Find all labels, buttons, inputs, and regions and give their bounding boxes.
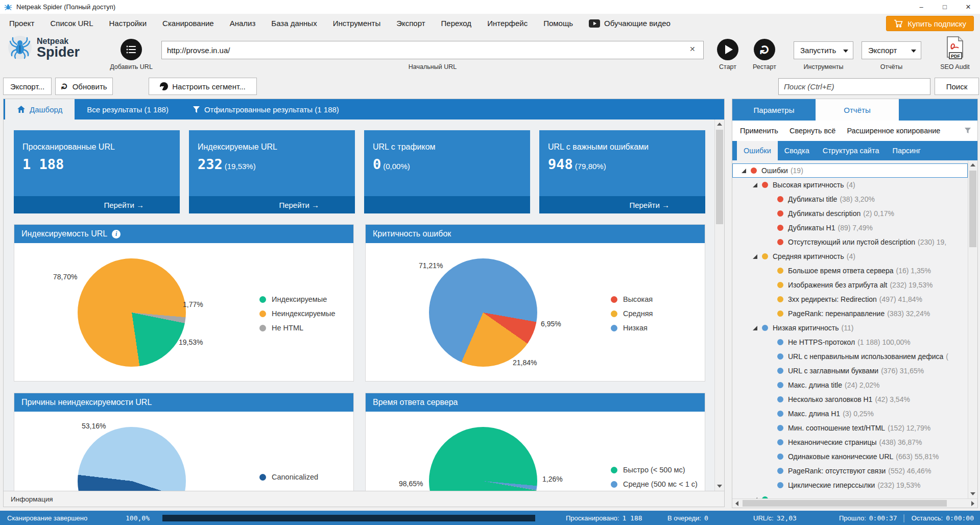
menu-item-training-videos[interactable]: Обучающие видео <box>589 19 671 28</box>
menu-item-6[interactable]: База данных <box>271 19 317 28</box>
subtab-2[interactable]: Сводка <box>778 141 816 160</box>
scroll-up-icon[interactable] <box>715 120 724 129</box>
tree-item-meta: ( <box>946 352 948 361</box>
tree-item[interactable]: Изображения без атрибута alt(232) 19,53% <box>732 278 968 292</box>
card-goto-button[interactable] <box>364 196 530 213</box>
summary-cards: Просканированные URL1 188Перейти →Индекс… <box>14 130 705 213</box>
reports-export-dropdown[interactable]: Экспорт <box>862 41 921 59</box>
scroll-right-icon[interactable] <box>968 499 977 508</box>
tools-dropdown-value: Запустить <box>800 46 836 55</box>
tools-dropdown[interactable]: Запустить <box>794 41 853 59</box>
status-dot <box>777 210 783 217</box>
search-input[interactable] <box>778 78 930 95</box>
tree-item[interactable]: PageRank: отсутствуют связи(552) 46,46% <box>732 464 968 478</box>
minimize-button[interactable]: – <box>910 0 933 14</box>
tree-item[interactable]: Циклические гиперссылки(232) 19,53% <box>732 478 968 492</box>
tab-reports[interactable]: Отчёты <box>816 99 899 121</box>
scroll-down-icon[interactable] <box>715 482 724 491</box>
tree-item[interactable]: Низкая критичность(11) <box>732 321 968 335</box>
subtab-3[interactable]: Структура сайта <box>816 141 886 160</box>
reports-action-3[interactable]: Расширенное копирование <box>847 127 940 135</box>
menu-item-10[interactable]: Интерфейс <box>487 19 528 28</box>
menu-item-11[interactable]: Помощь <box>543 19 573 28</box>
initial-url-input[interactable] <box>161 41 704 59</box>
remaining-label: Осталось: <box>912 514 943 522</box>
tree-item[interactable] <box>732 492 968 498</box>
search-button[interactable]: Поиск <box>935 78 979 95</box>
scroll-left-icon[interactable] <box>732 499 742 508</box>
tree-item[interactable]: Макс. длина H1(3) 0,25% <box>732 407 968 421</box>
configure-segment-button[interactable]: Настроить сегмент... <box>149 78 257 95</box>
refresh-button[interactable]: ↻ Обновить <box>55 78 113 95</box>
add-url-button[interactable] <box>121 39 142 60</box>
dashboard-vertical-scrollbar[interactable] <box>714 120 724 491</box>
scrollbar-thumb[interactable] <box>969 171 976 247</box>
tree-item[interactable]: URL с неправильным использованием дефиса… <box>732 349 968 364</box>
menu-item-4[interactable]: Сканирование <box>162 19 214 28</box>
reports-dropdown-value: Экспорт <box>868 46 897 55</box>
subtab-1[interactable]: Ошибки <box>737 141 778 160</box>
scrollbar-thumb[interactable] <box>716 130 723 224</box>
scroll-down-icon[interactable] <box>968 489 977 498</box>
restart-icon: ↻ <box>758 44 771 55</box>
card-goto-button[interactable]: Перейти → <box>189 196 355 213</box>
menu-item-1[interactable]: Проект <box>9 19 34 28</box>
tree-item[interactable]: Средняя критичность(4) <box>732 249 968 264</box>
start-button[interactable] <box>717 39 738 60</box>
tree-item[interactable]: URL с заглавными буквами(376) 31,65% <box>732 364 968 378</box>
tab-all-results[interactable]: Все результаты (1 188) <box>75 99 181 120</box>
maximize-button[interactable]: □ <box>933 0 957 14</box>
scrollbar-thumb[interactable] <box>743 500 947 507</box>
menu-item-5[interactable]: Анализ <box>230 19 256 28</box>
tree-item[interactable]: Большое время ответа сервера(16) 1,35% <box>732 264 968 278</box>
tree-item[interactable]: Высокая критичность(4) <box>732 178 968 192</box>
card-goto-button[interactable]: Перейти → <box>539 196 705 213</box>
expander-icon[interactable] <box>742 169 746 173</box>
expander-icon[interactable] <box>753 254 757 259</box>
status-dot <box>777 282 783 288</box>
tree-horizontal-scrollbar[interactable] <box>732 498 977 508</box>
tree-item[interactable]: Одинаковые канонические URL(663) 55,81% <box>732 449 968 464</box>
scanned-label: Просканировано: <box>566 514 619 522</box>
tree-item-meta: (232) 19,53% <box>890 281 933 289</box>
scroll-up-icon[interactable] <box>968 160 977 170</box>
tree-item[interactable]: 3xx редиректы: Redirection(497) 41,84% <box>732 292 968 306</box>
menu-item-3[interactable]: Настройки <box>109 19 147 28</box>
expander-icon[interactable] <box>753 183 757 187</box>
tree-item[interactable]: Дубликаты H1(89) 7,49% <box>732 221 968 235</box>
filter-icon[interactable] <box>964 128 971 134</box>
restart-button[interactable]: ↻ <box>754 39 775 60</box>
card-goto-button[interactable]: Перейти → <box>14 196 180 213</box>
tab-filtered-results[interactable]: Отфильтрованные результаты (1 188) <box>181 99 351 120</box>
tree-item-label: Дубликаты H1 <box>788 224 835 232</box>
reports-action-1[interactable]: Применить <box>740 127 778 135</box>
tree-item[interactable]: Мин. соотношение text/HTML(152) 12,79% <box>732 421 968 435</box>
seo-audit-button[interactable]: PDF <box>945 36 965 63</box>
tab-dashboard[interactable]: Дашборд <box>5 99 75 120</box>
card-value: 948(79,80%) <box>539 152 705 172</box>
tree-item[interactable]: PageRank: перенаправление(383) 32,24% <box>732 306 968 321</box>
export-button[interactable]: Экспорт... <box>3 78 52 95</box>
subtab-4[interactable]: Парсинг <box>886 141 927 160</box>
tab-parameters[interactable]: Параметры <box>732 99 816 121</box>
menu-item-9[interactable]: Переход <box>441 19 472 28</box>
tree-item[interactable]: Дубликаты description(2) 0,17% <box>732 206 968 221</box>
clear-url-icon[interactable]: ✕ <box>689 45 696 53</box>
tree-item[interactable]: Неканонические страницы(438) 36,87% <box>732 435 968 449</box>
tree-item[interactable]: Отсутствующий или пустой description(230… <box>732 235 968 249</box>
legend-item: Индексируемые <box>259 292 336 306</box>
buy-subscription-button[interactable]: Купить подписку <box>886 16 974 31</box>
menu-item-7[interactable]: Инструменты <box>333 19 381 28</box>
expander-icon[interactable] <box>753 326 757 330</box>
tree-item[interactable]: Не HTTPS-протокол(1 188) 100,00% <box>732 335 968 349</box>
reports-action-2[interactable]: Свернуть всё <box>790 127 835 135</box>
menu-item-2[interactable]: Список URL <box>50 19 93 28</box>
tree-item[interactable]: Несколько заголовков H1(42) 3,54% <box>732 392 968 407</box>
tree-item[interactable]: Дубликаты title(38) 3,20% <box>732 192 968 206</box>
tree-vertical-scrollbar[interactable] <box>968 160 977 498</box>
menu-item-8[interactable]: Экспорт <box>396 19 425 28</box>
close-button[interactable]: ✕ <box>957 0 980 14</box>
tree-item[interactable]: Макс. длина title(24) 2,02% <box>732 378 968 392</box>
tree-item[interactable]: Ошибки(19) <box>732 163 968 178</box>
info-icon[interactable]: i <box>112 230 121 238</box>
